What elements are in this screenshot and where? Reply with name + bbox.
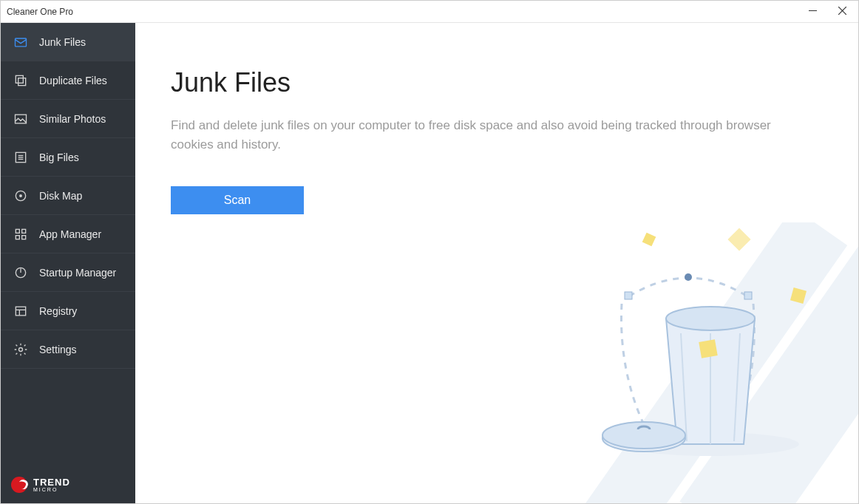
trash-illustration bbox=[452, 222, 858, 503]
svg-point-22 bbox=[19, 347, 23, 351]
sidebar-item-label: Startup Manager bbox=[39, 267, 116, 279]
svg-rect-6 bbox=[16, 115, 27, 123]
svg-rect-16 bbox=[22, 235, 26, 239]
svg-line-33 bbox=[681, 333, 687, 441]
sidebar-item-label: Big Files bbox=[39, 151, 79, 163]
svg-rect-27 bbox=[790, 287, 807, 304]
sidebar-item-label: Disk Map bbox=[39, 190, 82, 202]
envelope-icon bbox=[13, 34, 29, 50]
svg-point-37 bbox=[602, 425, 685, 452]
page-title: Junk Files bbox=[171, 67, 858, 98]
svg-rect-4 bbox=[16, 75, 23, 83]
sidebar-item-disk-map[interactable]: Disk Map bbox=[1, 177, 135, 215]
close-button[interactable] bbox=[836, 7, 848, 17]
page-description: Find and delete junk files on your compu… bbox=[171, 116, 777, 154]
sidebar-item-duplicate-files[interactable]: Duplicate Files bbox=[1, 61, 135, 100]
list-icon bbox=[13, 149, 29, 166]
svg-rect-30 bbox=[744, 292, 752, 299]
sidebar-item-label: Junk Files bbox=[39, 36, 86, 48]
brand-name: TREND bbox=[33, 477, 70, 488]
window-controls bbox=[807, 7, 852, 17]
power-icon bbox=[13, 265, 29, 281]
sidebar-item-label: Registry bbox=[39, 305, 77, 317]
sidebar-item-settings[interactable]: Settings bbox=[1, 330, 135, 369]
svg-point-28 bbox=[622, 432, 799, 456]
sidebar-item-junk-files[interactable]: Junk Files bbox=[1, 23, 135, 61]
titlebar: Cleaner One Pro bbox=[1, 1, 858, 23]
trend-micro-icon bbox=[11, 477, 27, 493]
svg-point-31 bbox=[685, 273, 692, 281]
svg-rect-15 bbox=[16, 235, 19, 239]
duplicate-icon bbox=[13, 72, 29, 89]
svg-rect-26 bbox=[727, 228, 750, 251]
svg-line-35 bbox=[734, 333, 740, 441]
target-icon bbox=[13, 188, 29, 204]
sidebar-item-label: Duplicate Files bbox=[39, 75, 107, 86]
svg-rect-25 bbox=[642, 233, 656, 247]
svg-rect-13 bbox=[16, 229, 19, 233]
brand-logo: TREND MICRO bbox=[1, 469, 135, 503]
svg-rect-36 bbox=[699, 339, 717, 358]
sidebar-item-big-files[interactable]: Big Files bbox=[1, 138, 135, 177]
brand-sub: MICRO bbox=[33, 487, 70, 492]
sidebar-item-label: App Manager bbox=[39, 228, 101, 240]
registry-icon bbox=[13, 303, 29, 319]
grid-icon bbox=[13, 226, 29, 242]
minimize-button[interactable] bbox=[807, 7, 818, 17]
svg-rect-5 bbox=[18, 78, 26, 85]
svg-point-32 bbox=[666, 307, 755, 330]
svg-rect-23 bbox=[581, 222, 848, 503]
photo-icon bbox=[13, 111, 29, 127]
svg-rect-14 bbox=[22, 229, 26, 233]
gear-icon bbox=[13, 341, 29, 358]
sidebar-item-startup-manager[interactable]: Startup Manager bbox=[1, 253, 135, 292]
svg-point-12 bbox=[20, 194, 22, 197]
svg-rect-24 bbox=[679, 222, 858, 503]
content-pane: Junk Files Find and delete junk files on… bbox=[135, 23, 858, 503]
sidebar-item-label: Similar Photos bbox=[39, 113, 106, 125]
sidebar-item-app-manager[interactable]: App Manager bbox=[1, 215, 135, 253]
svg-rect-29 bbox=[625, 292, 632, 299]
sidebar-item-label: Settings bbox=[39, 344, 77, 355]
sidebar-item-similar-photos[interactable]: Similar Photos bbox=[1, 100, 135, 138]
sidebar: Junk Files Duplicate Files Similar Photo… bbox=[1, 23, 135, 503]
svg-point-38 bbox=[602, 422, 685, 449]
svg-rect-3 bbox=[16, 38, 27, 47]
sidebar-item-registry[interactable]: Registry bbox=[1, 292, 135, 330]
svg-rect-19 bbox=[16, 307, 25, 316]
window-title: Cleaner One Pro bbox=[7, 7, 73, 17]
scan-button[interactable]: Scan bbox=[171, 186, 304, 214]
